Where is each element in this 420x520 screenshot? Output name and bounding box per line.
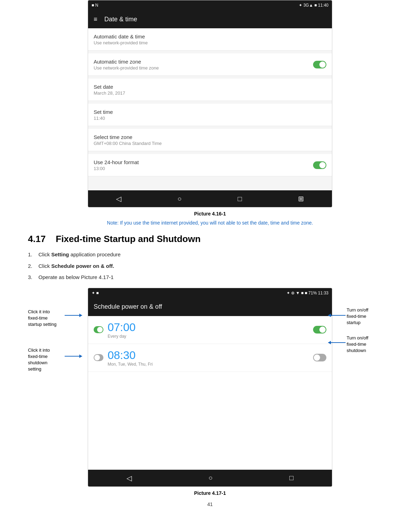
screen1: ■ N ✦ 3G▲ ■ 11:40 ≡ Date & time Automati… [88,0,332,207]
setting-sub-5: 13:00 [94,166,139,171]
annot-left-top-text: Click it into fixed-time startup setting [28,309,57,327]
statusbar2: ✦ ■ ✦ ⊕ ▼ ■ ■ 71% 11:33 [88,288,332,298]
section-heading: 4.17 Fixed-time Startup and Shutdown [28,234,392,244]
step-3: 3. Operate as below Picture 4.17-1 [28,273,392,281]
setting-label-0: Automatic date & time [94,34,148,39]
divider4 [88,126,332,129]
setting-24hour[interactable]: Use 24-hour format 13:00 [88,154,332,176]
statusbar-right: ✦ 3G▲ ■ 11:40 [299,3,328,8]
screen2: ✦ ■ ✦ ⊕ ▼ ■ ■ 71% 11:33 Schedule power o… [88,288,332,487]
annot-right-bottom-text: Turn on/off fixed-time shutdown [347,335,368,353]
schedule-empty-space [88,372,332,470]
settings-list: Automatic date & time Use network-provid… [88,28,332,190]
divider2 [88,76,332,79]
caption1: Picture 4.16-1 [28,211,392,217]
titlebar2: Schedule power on & off [88,298,332,316]
statusbar2-left: ✦ ■ [92,291,99,295]
back-btn-2[interactable]: ◁ [126,474,132,482]
annot-left-bottom-text: Click it into fixed-time shutdown settin… [28,347,50,372]
annotation-left-top: Click it into fixed-time startup setting [28,309,66,328]
home-btn[interactable]: ○ [178,195,182,203]
setting-label-5: Use 24-hour format [94,159,139,165]
step3-text: Operate as below Picture 4.17-1 [38,273,114,281]
setting-sub-2: March 28, 2017 [94,90,125,96]
step2-text: Click Schedule power on & off. [38,262,114,270]
annotation-left-bottom: Click it into fixed-time shutdown settin… [28,347,66,373]
screen1-title: Date & time [104,16,137,23]
schedule-toggle-icon-1 [94,326,103,333]
setting-label-4: Select time zone [94,134,162,140]
schedule-list: 07:00 Every day 08:30 Mon, Tue, Wed, Thu… [88,316,332,470]
setting-label-2: Set date [94,84,125,90]
navbar1: ◁ ○ □ ⊞ [88,190,332,207]
schedule-toggle-icon-2 [94,354,103,361]
schedule-time-1: 07:00 [108,321,136,334]
screen2-title: Schedule power on & off [94,303,162,310]
recents-btn[interactable]: □ [238,195,242,203]
recents-btn-2[interactable]: □ [289,474,294,482]
toggle-auto-timezone[interactable] [313,61,326,68]
setting-set-date[interactable]: Set date March 28, 2017 [88,79,332,101]
schedule-item-1[interactable]: 07:00 Every day [88,316,332,344]
annotation-right-bottom: Turn on/off fixed-time shutdown [347,335,392,354]
caption2: Picture 4.17-1 [28,490,392,496]
schedule-toggle-on-1[interactable] [313,326,326,334]
titlebar1: ≡ Date & time [88,10,332,28]
setting-sub-3: 11:40 [94,116,113,121]
annot-right-top-text: Turn on/off fixed-time startup [347,307,368,325]
step1-text: Click Setting application procedure [38,251,121,259]
section-title: Fixed-time Startup and Shutdown [56,234,201,244]
step2-bold: Schedule power on & off. [51,263,114,269]
setting-sub-0: Use network-provided time [94,40,148,45]
statusbar-left: ■ N [92,3,98,8]
arrow-left-top [65,315,82,316]
setting-auto-timezone[interactable]: Automatic time zone Use network-provided… [88,53,332,76]
home-btn-2[interactable]: ○ [208,474,212,482]
step3-num: 3. [28,273,38,281]
setting-label-3: Set time [94,109,113,115]
menu-btn[interactable]: ⊞ [298,195,304,203]
step1-bold: Setting [51,251,69,257]
schedule-time-2: 08:30 [108,349,153,362]
section-number: 4.17 [28,234,46,244]
schedule-sub-1: Every day [108,334,136,339]
annotation-right-top: Turn on/off fixed-time startup [347,307,392,326]
page-container: ■ N ✦ 3G▲ ■ 11:40 ≡ Date & time Automati… [0,0,420,507]
schedule-sub-2: Mon, Tue, Wed, Thu, Fri [108,362,153,367]
step1-num: 1. [28,251,38,259]
arrow-left-bottom [65,356,82,357]
divider3 [88,101,332,104]
setting-sub-1: Use network-provided time zone [94,65,159,71]
step-2: 2. Click Schedule power on & off. [28,262,392,270]
arrow-right-top [328,315,346,316]
step-1: 1. Click Setting application procedure [28,251,392,259]
note-text: Note: If you use the time internet provi… [28,219,392,227]
step2-num: 2. [28,262,38,270]
divider5 [88,151,332,154]
screen2-area: Click it into fixed-time startup setting… [28,288,392,487]
schedule-toggle-off-2[interactable] [313,354,326,361]
statusbar1: ■ N ✦ 3G▲ ■ 11:40 [88,0,332,10]
menu-icon[interactable]: ≡ [94,16,97,23]
page-number: 41 [28,501,392,507]
setting-sub-4: GMT+08:00 China Standard Time [94,141,162,146]
setting-timezone[interactable]: Select time zone GMT+08:00 China Standar… [88,129,332,151]
statusbar2-right: ✦ ⊕ ▼ ■ ■ 71% 11:33 [287,291,328,295]
bottom-space [88,176,332,190]
schedule-item-1-text: 07:00 Every day [108,321,136,339]
back-btn[interactable]: ◁ [116,195,121,203]
navbar2: ◁ ○ □ [88,470,332,486]
divider1 [88,51,332,53]
setting-label-1: Automatic time zone [94,59,159,65]
setting-set-time[interactable]: Set time 11:40 [88,104,332,126]
arrow-right-bottom [328,342,346,343]
setting-auto-date[interactable]: Automatic date & time Use network-provid… [88,28,332,51]
schedule-item-2-text: 08:30 Mon, Tue, Wed, Thu, Fri [108,349,153,367]
steps-list: 1. Click Setting application procedure 2… [28,251,392,281]
schedule-item-2[interactable]: 08:30 Mon, Tue, Wed, Thu, Fri [88,344,332,372]
toggle-24hour[interactable] [313,161,326,169]
